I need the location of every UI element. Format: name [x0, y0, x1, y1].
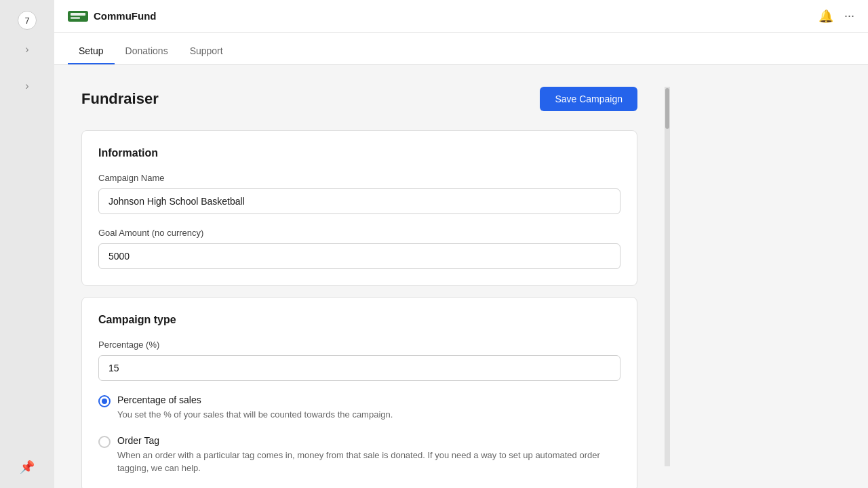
campaign-name-input[interactable]: [98, 188, 620, 214]
save-campaign-button[interactable]: Save Campaign: [540, 87, 637, 111]
radio-order-tag[interactable]: Order Tag When an order with a particula…: [98, 435, 620, 475]
radio-percentage-of-sales[interactable]: Percentage of sales You set the % of you…: [98, 394, 620, 422]
goal-amount-label: Goal Amount (no currency): [98, 228, 620, 238]
sidebar-pin-icon[interactable]: 📌: [20, 460, 35, 474]
tab-support[interactable]: Support: [179, 37, 234, 64]
page-body: Fundraiser Save Campaign Information Cam…: [54, 65, 868, 488]
information-card: Information Campaign Name Goal Amount (n…: [81, 130, 637, 286]
percentage-group: Percentage (%): [98, 340, 620, 381]
radio-order-tag-circle: [98, 436, 111, 448]
logo-area: CommuFund: [68, 8, 156, 24]
campaign-type-card: Campaign type Percentage (%) Percentage …: [81, 297, 637, 488]
information-card-title: Information: [98, 147, 620, 159]
sidebar-chevron-bottom[interactable]: ›: [20, 75, 34, 98]
radio-percentage-label: Percentage of sales: [117, 394, 620, 405]
topbar: CommuFund 🔔 ···: [54, 0, 868, 33]
radio-percentage-text: Percentage of sales You set the % of you…: [117, 394, 620, 422]
form-area: Fundraiser Save Campaign Information Cam…: [81, 87, 637, 466]
app-name: CommuFund: [94, 10, 156, 22]
percentage-input[interactable]: [98, 355, 620, 381]
percentage-label: Percentage (%): [98, 340, 620, 350]
scrollbar-thumb[interactable]: [665, 88, 669, 129]
radio-order-tag-desc: When an order with a particular tag come…: [117, 449, 620, 475]
topbar-actions: 🔔 ···: [818, 9, 854, 24]
goal-amount-input[interactable]: [98, 243, 620, 269]
campaign-type-card-title: Campaign type: [98, 314, 620, 326]
radio-order-tag-text: Order Tag When an order with a particula…: [117, 435, 620, 475]
svg-rect-1: [71, 13, 85, 16]
radio-percentage-desc: You set the % of your sales that will be…: [117, 408, 620, 422]
tab-setup[interactable]: Setup: [68, 37, 115, 64]
tab-navigation: Setup Donations Support: [54, 33, 868, 65]
sidebar-badge: 7: [18, 11, 37, 30]
more-options-icon[interactable]: ···: [844, 9, 854, 23]
radio-order-tag-label: Order Tag: [117, 435, 620, 446]
campaign-name-label: Campaign Name: [98, 173, 620, 183]
radio-percentage-circle: [98, 395, 111, 407]
sidebar: 7 › › 📌: [0, 0, 54, 488]
main-content: CommuFund 🔔 ··· Setup Donations Support …: [54, 0, 868, 488]
tab-donations[interactable]: Donations: [115, 37, 179, 64]
notification-icon[interactable]: 🔔: [818, 9, 833, 24]
scrollbar[interactable]: [665, 87, 670, 466]
sidebar-chevron-top[interactable]: ›: [20, 38, 34, 61]
page-title: Fundraiser: [81, 90, 159, 108]
page-header: Fundraiser Save Campaign: [81, 87, 637, 111]
campaign-name-group: Campaign Name: [98, 173, 620, 214]
goal-amount-group: Goal Amount (no currency): [98, 228, 620, 269]
svg-rect-2: [71, 17, 80, 19]
logo-icon: [68, 8, 88, 24]
svg-rect-0: [68, 11, 88, 22]
